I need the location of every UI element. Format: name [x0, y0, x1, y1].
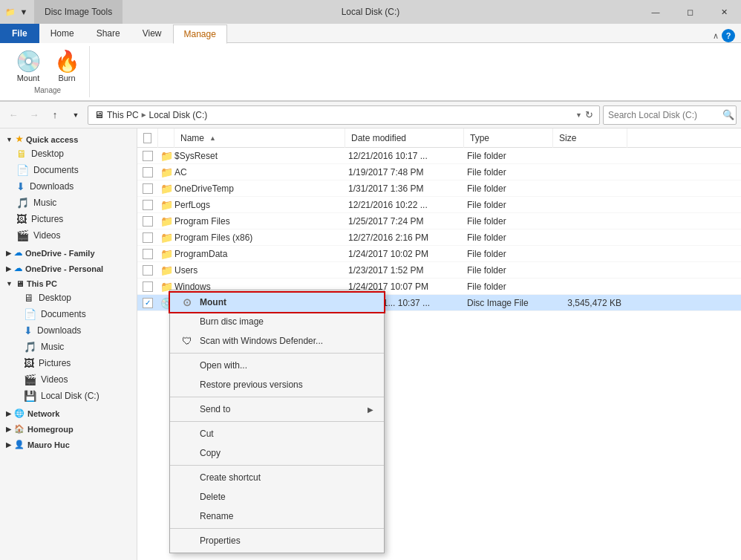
sidebar-item-videos[interactable]: 🎬 Videos [0, 227, 137, 244]
sidebar-item-documents[interactable]: 📄 Documents [0, 162, 137, 178]
ctx-cut-label: Cut [200, 429, 214, 439]
breadcrumb-this-pc[interactable]: This PC [107, 110, 139, 120]
sidebar-header-onedrive-family[interactable]: ▶ ☁ OneDrive - Family [0, 245, 137, 259]
dropdown-arrow-qa[interactable]: ▼ [18, 6, 30, 18]
disc-image-tools-tab[interactable]: Disc Image Tools [34, 0, 123, 24]
sidebar-item-downloads-pc[interactable]: ⬇ Downloads [0, 322, 137, 339]
row-check-sysreset[interactable] [137, 151, 158, 161]
burn-button[interactable]: 🔥 Burn [50, 50, 83, 84]
this-pc-icon: 🖥 [16, 279, 24, 288]
sidebar-item-pictures[interactable]: 🖼 Pictures [0, 211, 137, 227]
sidebar-header-homegroup[interactable]: ▶ 🏠 Homegroup [0, 421, 137, 435]
ctx-mount[interactable]: ⊙ Mount [170, 293, 384, 312]
file-date-programdata: 1/24/2017 10:02 PM [345, 249, 464, 259]
search-bar[interactable]: 🔍 [603, 105, 737, 125]
minimize-button[interactable]: — [639, 0, 673, 24]
tab-share[interactable]: Share [85, 24, 131, 43]
sidebar-item-music-pc[interactable]: 🎵 Music [0, 339, 137, 355]
ctx-burn-disc[interactable]: Burn disc image [170, 312, 384, 331]
file-date-programfiles: 1/25/2017 7:24 PM [345, 216, 464, 227]
tab-manage[interactable]: Manage [173, 25, 227, 44]
ctx-create-shortcut[interactable]: Create shortcut [170, 468, 384, 487]
help-icon[interactable]: ? [722, 29, 735, 42]
col-header-type[interactable]: Type [464, 128, 553, 148]
ctx-copy[interactable]: Copy [170, 443, 384, 463]
file-row-onedrivetemp[interactable]: 📁 OneDriveTemp 1/31/2017 1:36 PM File fo… [137, 180, 741, 197]
ctx-send-to[interactable]: Send to ▶ [170, 400, 384, 419]
sidebar-header-quick-access[interactable]: ▼ ★ Quick access [0, 131, 137, 146]
sidebar-item-local-disk[interactable]: 💾 Local Disk (C:) [0, 388, 137, 404]
search-input[interactable] [608, 110, 719, 120]
sidebar-item-desktop[interactable]: 🖥 Desktop [0, 146, 137, 162]
ctx-defender-icon: 🛡 [180, 335, 194, 347]
refresh-icon[interactable]: ↻ [585, 109, 593, 120]
arrow-onedrive-personal: ▶ [6, 265, 11, 273]
file-row-programfilesx86[interactable]: 📁 Program Files (x86) 12/27/2016 2:16 PM… [137, 229, 741, 246]
up-button[interactable]: ↑ [46, 106, 64, 124]
breadcrumb-local-disk[interactable]: Local Disk (C:) [149, 110, 208, 120]
recent-locations-button[interactable]: ▼ [67, 106, 85, 124]
row-check-ac[interactable] [137, 167, 158, 178]
file-name-ac: AC [174, 167, 345, 178]
row-check-programfilesx86[interactable] [137, 232, 158, 243]
ctx-delete[interactable]: Delete [170, 487, 384, 507]
row-check-perflogs[interactable] [137, 200, 158, 210]
ctx-rename[interactable]: Rename [170, 507, 384, 526]
ctx-scan-defender[interactable]: 🛡 Scan with Windows Defender... [170, 331, 384, 351]
row-check-windows[interactable] [137, 281, 158, 292]
row-check-programdata[interactable] [137, 249, 158, 259]
search-icon[interactable]: 🔍 [722, 109, 734, 120]
close-button[interactable]: ✕ [707, 0, 741, 24]
file-row-perflogs[interactable]: 📁 PerfLogs 12/21/2016 10:22 ... File fol… [137, 197, 741, 213]
file-row-users[interactable]: 📁 Users 1/23/2017 1:52 PM File folder [137, 262, 741, 279]
sidebar-item-desktop-pc[interactable]: 🖥 Desktop [0, 290, 137, 306]
sidebar-header-this-pc[interactable]: ▼ 🖥 This PC [0, 276, 137, 290]
sidebar-section-onedrive-family: ▶ ☁ OneDrive - Family [0, 245, 137, 259]
forward-button[interactable]: → [25, 106, 43, 124]
row-check-win-iso[interactable] [137, 298, 158, 308]
file-row-programdata[interactable]: 📁 ProgramData 1/24/2017 10:02 PM File fo… [137, 246, 741, 262]
sidebar-item-videos-pc[interactable]: 🎬 Videos [0, 371, 137, 388]
file-name-programdata: ProgramData [174, 249, 345, 259]
sidebar-item-downloads[interactable]: ⬇ Downloads [0, 178, 137, 195]
sidebar-item-pictures-pc[interactable]: 🖼 Pictures [0, 355, 137, 371]
mauro-huc-label: Mauro Huc [27, 440, 70, 449]
tab-view[interactable]: View [131, 24, 173, 43]
ctx-restore-versions[interactable]: Restore previous versions [170, 375, 384, 394]
row-check-onedrivetemp[interactable] [137, 183, 158, 194]
sidebar-header-mauro-huc[interactable]: ▶ 👤 Mauro Huc [0, 437, 137, 451]
sidebar-section-mauro-huc: ▶ 👤 Mauro Huc [0, 437, 137, 451]
window-controls: — ◻ ✕ [639, 0, 741, 24]
sidebar-header-network[interactable]: ▶ 🌐 Network [0, 406, 137, 420]
back-button[interactable]: ← [4, 106, 22, 124]
ctx-properties[interactable]: Properties [170, 531, 384, 550]
file-row-ac[interactable]: 📁 AC 1/19/2017 7:48 PM File folder [137, 164, 741, 180]
select-all-checkbox[interactable] [143, 133, 151, 143]
row-check-users[interactable] [137, 265, 158, 276]
onedrive-personal-icon: ☁ [14, 264, 22, 273]
sidebar-item-music[interactable]: 🎵 Music [0, 195, 137, 211]
star-icon: ★ [16, 134, 23, 144]
ribbon-collapse-icon[interactable]: ∧ [713, 31, 719, 41]
col-type-label: Type [470, 133, 489, 143]
tab-file[interactable]: File [0, 24, 39, 43]
sidebar-label-pictures-pc: Pictures [39, 358, 71, 368]
file-row-sysreset[interactable]: 📁 $SysReset 12/21/2016 10:17 ... File fo… [137, 148, 741, 164]
maximize-button[interactable]: ◻ [673, 0, 707, 24]
col-header-date[interactable]: Date modified [345, 128, 464, 148]
col-header-size[interactable]: Size [553, 128, 627, 148]
file-date-users: 1/23/2017 1:52 PM [345, 265, 464, 276]
address-bar[interactable]: 🖥 This PC ► Local Disk (C:) ▼ ↻ [88, 105, 600, 125]
tab-home[interactable]: Home [39, 24, 85, 43]
col-header-check[interactable] [137, 128, 158, 148]
row-check-programfiles[interactable] [137, 216, 158, 227]
address-dropdown-icon[interactable]: ▼ [575, 111, 582, 119]
column-headers: Name ▲ Date modified Type Size [137, 128, 741, 148]
ctx-open-with[interactable]: Open with... [170, 356, 384, 375]
file-row-programfiles[interactable]: 📁 Program Files 1/25/2017 7:24 PM File f… [137, 213, 741, 229]
mount-button[interactable]: 💿 Mount [12, 50, 45, 84]
ctx-cut[interactable]: Cut [170, 424, 384, 443]
col-header-name[interactable]: Name ▲ [174, 128, 345, 148]
sidebar-item-documents-pc[interactable]: 📄 Documents [0, 306, 137, 322]
sidebar-header-onedrive-personal[interactable]: ▶ ☁ OneDrive - Personal [0, 261, 137, 275]
